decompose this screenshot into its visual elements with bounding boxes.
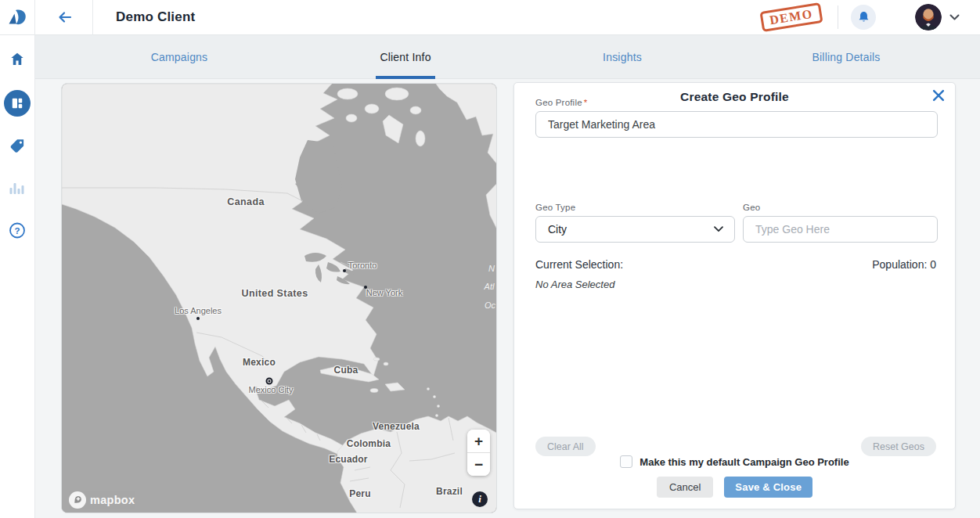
svg-text:?: ? xyxy=(14,226,20,236)
current-selection-row: Current Selection: Population: 0 xyxy=(535,258,936,271)
population-readout: Population: 0 xyxy=(872,258,936,271)
map-label-venezuela: Venezuela xyxy=(373,421,420,432)
map-label-new-york: New York xyxy=(366,288,402,297)
mapbox-icon xyxy=(69,491,86,509)
sidebar-item-tags[interactable] xyxy=(9,137,27,155)
los-angeles-dot xyxy=(196,317,200,320)
map-label-ecuador: Ecuador xyxy=(329,454,367,465)
notifications-button[interactable] xyxy=(851,5,876,30)
new-york-dot xyxy=(364,286,367,289)
tab-bar: Campaigns Client Info Insights Billing D… xyxy=(35,35,980,79)
map-label-mexico-city: Mexico City xyxy=(249,385,294,394)
layout-grid-icon xyxy=(9,95,25,111)
app-logo[interactable] xyxy=(0,0,35,35)
map-label-los-angeles: Los Angeles xyxy=(175,306,222,315)
mapbox-logo[interactable]: mapbox xyxy=(69,491,135,509)
sidebar-item-dashboard-active[interactable] xyxy=(4,90,31,117)
map-zoom-control: + − xyxy=(467,430,490,476)
map-label-canada: Canada xyxy=(227,196,265,207)
map-label-colombia: Colombia xyxy=(347,438,391,449)
bar-chart-icon xyxy=(9,181,25,195)
avatar-image xyxy=(915,4,942,31)
mexico-city-marker xyxy=(266,378,273,385)
geo-type-label: Geo Type xyxy=(535,203,575,212)
arrow-left-icon xyxy=(56,9,73,26)
brand-logo-icon xyxy=(7,7,27,27)
chevron-down-icon[interactable] xyxy=(949,14,960,21)
bell-icon xyxy=(856,9,871,25)
tag-icon xyxy=(9,137,27,155)
select-chevron-icon xyxy=(714,226,723,232)
action-button-row: Cancel Save & Close xyxy=(514,477,955,498)
demo-stamp-badge: DEMO xyxy=(760,2,823,32)
current-selection-label: Current Selection: xyxy=(535,258,623,271)
help-icon: ? xyxy=(9,221,27,239)
geo-type-selected-value: City xyxy=(548,223,567,236)
cancel-button[interactable]: Cancel xyxy=(657,477,713,498)
geo-label: Geo xyxy=(743,203,760,212)
save-and-close-button[interactable]: Save & Close xyxy=(724,477,812,498)
no-area-selected-text: No Area Selected xyxy=(535,279,614,290)
mapbox-wordmark: mapbox xyxy=(90,494,135,506)
map-label-ocean-line1: N xyxy=(488,264,495,273)
sidebar: ? xyxy=(0,35,35,518)
back-cell xyxy=(35,0,93,35)
app-root: Demo Client DEMO xyxy=(0,0,980,518)
map-canvas[interactable]: Canada United States Mexico Cuba Venezue… xyxy=(61,83,497,513)
close-icon xyxy=(932,89,945,102)
map-label-united-states: United States xyxy=(241,288,308,299)
header-divider xyxy=(838,5,838,29)
default-profile-checkbox[interactable] xyxy=(620,455,632,468)
geo-profile-input[interactable] xyxy=(535,111,938,138)
geo-type-select[interactable]: City xyxy=(535,216,735,243)
default-profile-row: Make this my default Campaign Geo Profil… xyxy=(514,455,955,468)
map-label-cuba: Cuba xyxy=(334,365,358,376)
default-profile-checkbox-label: Make this my default Campaign Geo Profil… xyxy=(640,456,848,468)
header: Demo Client DEMO xyxy=(0,0,980,35)
tab-campaigns[interactable]: Campaigns xyxy=(151,51,208,63)
map-label-mexico: Mexico xyxy=(243,357,276,368)
zoom-in-button[interactable]: + xyxy=(467,430,490,452)
active-tab-indicator xyxy=(376,76,435,79)
page-title: Demo Client xyxy=(116,9,195,25)
map-label-peru: Peru xyxy=(349,488,370,499)
map-label-brazil: Brazil xyxy=(436,486,463,497)
map-attribution-info-button[interactable]: i xyxy=(472,491,488,507)
map-label-ocean-line2: Atl xyxy=(485,282,495,291)
tab-billing-details[interactable]: Billing Details xyxy=(812,51,880,63)
clear-all-button[interactable]: Clear All xyxy=(535,437,596,456)
sidebar-item-home[interactable] xyxy=(9,51,26,67)
header-right: DEMO xyxy=(761,4,980,31)
required-asterisk: * xyxy=(584,98,588,107)
close-panel-button[interactable] xyxy=(932,89,945,102)
geo-profile-label: Geo Profile* xyxy=(535,98,587,107)
zoom-out-button[interactable]: − xyxy=(467,453,490,476)
map-label-ocean-line3: Oc xyxy=(485,300,495,310)
avatar[interactable] xyxy=(915,4,942,31)
back-button[interactable] xyxy=(56,9,73,26)
map-label-toronto: Toronto xyxy=(348,261,377,270)
reset-geos-button[interactable]: Reset Geos xyxy=(861,437,936,456)
sidebar-item-analytics[interactable] xyxy=(9,181,25,195)
pill-button-row: Clear All Reset Geos xyxy=(535,437,936,456)
create-geo-profile-panel: Create Geo Profile Geo Profile* Geo Type… xyxy=(513,82,956,509)
toronto-dot xyxy=(343,269,346,272)
sidebar-item-help[interactable]: ? xyxy=(9,221,27,239)
tab-insights[interactable]: Insights xyxy=(603,51,642,63)
geo-search-input[interactable] xyxy=(743,216,938,243)
home-icon xyxy=(9,51,26,67)
tab-client-info[interactable]: Client Info xyxy=(380,51,431,63)
